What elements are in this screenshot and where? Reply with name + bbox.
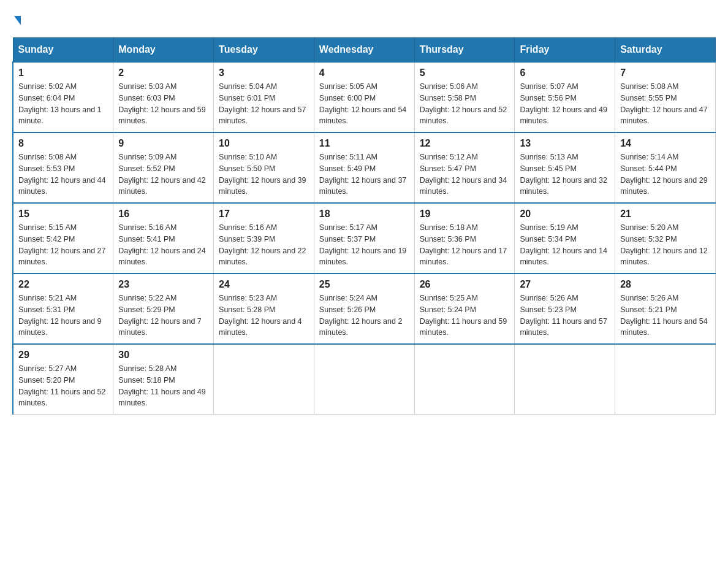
day-info: Sunrise: 5:16 AM Sunset: 5:41 PM Dayligh… <box>118 222 208 268</box>
day-info: Sunrise: 5:12 AM Sunset: 5:47 PM Dayligh… <box>420 151 510 197</box>
day-number: 6 <box>520 67 610 79</box>
day-number: 15 <box>18 209 108 220</box>
day-info: Sunrise: 5:08 AM Sunset: 5:53 PM Dayligh… <box>18 151 108 197</box>
calendar-cell: 28 Sunrise: 5:26 AM Sunset: 5:21 PM Dayl… <box>615 274 716 344</box>
day-info: Sunrise: 5:15 AM Sunset: 5:42 PM Dayligh… <box>18 222 108 268</box>
day-info: Sunrise: 5:14 AM Sunset: 5:44 PM Dayligh… <box>620 151 710 197</box>
calendar-cell: 10 Sunrise: 5:10 AM Sunset: 5:50 PM Dayl… <box>214 132 314 203</box>
calendar-cell: 13 Sunrise: 5:13 AM Sunset: 5:45 PM Dayl… <box>515 132 615 203</box>
day-number: 25 <box>319 279 409 290</box>
calendar-cell: 18 Sunrise: 5:17 AM Sunset: 5:37 PM Dayl… <box>314 203 414 274</box>
week-row-3: 15 Sunrise: 5:15 AM Sunset: 5:42 PM Dayl… <box>13 203 716 274</box>
calendar-cell: 29 Sunrise: 5:27 AM Sunset: 5:20 PM Dayl… <box>13 344 113 415</box>
day-number: 7 <box>620 67 710 79</box>
calendar-cell: 22 Sunrise: 5:21 AM Sunset: 5:31 PM Dayl… <box>13 274 113 344</box>
day-number: 27 <box>520 279 610 290</box>
calendar-cell: 25 Sunrise: 5:24 AM Sunset: 5:26 PM Dayl… <box>314 274 414 344</box>
calendar-cell: 26 Sunrise: 5:25 AM Sunset: 5:24 PM Dayl… <box>414 274 515 344</box>
week-row-2: 8 Sunrise: 5:08 AM Sunset: 5:53 PM Dayli… <box>13 132 716 203</box>
calendar-header-tuesday: Tuesday <box>214 38 314 63</box>
week-row-1: 1 Sunrise: 5:02 AM Sunset: 6:04 PM Dayli… <box>13 62 716 132</box>
day-info: Sunrise: 5:25 AM Sunset: 5:24 PM Dayligh… <box>420 293 510 339</box>
calendar-cell: 1 Sunrise: 5:02 AM Sunset: 6:04 PM Dayli… <box>13 62 113 132</box>
day-number: 13 <box>520 138 610 149</box>
day-info: Sunrise: 5:05 AM Sunset: 6:00 PM Dayligh… <box>319 81 409 127</box>
day-info: Sunrise: 5:22 AM Sunset: 5:29 PM Dayligh… <box>118 293 208 339</box>
calendar-cell <box>214 344 314 415</box>
day-info: Sunrise: 5:02 AM Sunset: 6:04 PM Dayligh… <box>18 81 108 127</box>
day-info: Sunrise: 5:26 AM Sunset: 5:21 PM Dayligh… <box>620 293 710 339</box>
day-number: 12 <box>420 138 510 149</box>
calendar-cell: 5 Sunrise: 5:06 AM Sunset: 5:58 PM Dayli… <box>414 62 515 132</box>
calendar-cell: 8 Sunrise: 5:08 AM Sunset: 5:53 PM Dayli… <box>13 132 113 203</box>
calendar-header-sunday: Sunday <box>13 38 113 63</box>
day-info: Sunrise: 5:10 AM Sunset: 5:50 PM Dayligh… <box>219 151 309 197</box>
calendar-header-row: SundayMondayTuesdayWednesdayThursdayFrid… <box>13 38 716 63</box>
calendar-body: 1 Sunrise: 5:02 AM Sunset: 6:04 PM Dayli… <box>13 62 716 415</box>
calendar-cell: 3 Sunrise: 5:04 AM Sunset: 6:01 PM Dayli… <box>214 62 314 132</box>
day-number: 14 <box>620 138 710 149</box>
logo <box>12 12 21 25</box>
day-info: Sunrise: 5:28 AM Sunset: 5:18 PM Dayligh… <box>118 363 208 409</box>
day-number: 29 <box>18 350 108 361</box>
day-number: 30 <box>118 350 208 361</box>
day-number: 20 <box>520 209 610 220</box>
calendar-cell: 11 Sunrise: 5:11 AM Sunset: 5:49 PM Dayl… <box>314 132 414 203</box>
day-info: Sunrise: 5:18 AM Sunset: 5:36 PM Dayligh… <box>420 222 510 268</box>
day-info: Sunrise: 5:11 AM Sunset: 5:49 PM Dayligh… <box>319 151 409 197</box>
calendar-header-friday: Friday <box>515 38 615 63</box>
calendar-cell <box>314 344 414 415</box>
day-number: 11 <box>319 138 409 149</box>
day-info: Sunrise: 5:07 AM Sunset: 5:56 PM Dayligh… <box>520 81 610 127</box>
week-row-4: 22 Sunrise: 5:21 AM Sunset: 5:31 PM Dayl… <box>13 274 716 344</box>
day-number: 23 <box>118 279 208 290</box>
day-number: 5 <box>420 67 510 79</box>
day-number: 3 <box>219 67 309 79</box>
day-number: 28 <box>620 279 710 290</box>
calendar-cell <box>414 344 515 415</box>
day-number: 24 <box>219 279 309 290</box>
calendar-cell: 23 Sunrise: 5:22 AM Sunset: 5:29 PM Dayl… <box>113 274 214 344</box>
day-number: 22 <box>18 279 108 290</box>
day-info: Sunrise: 5:19 AM Sunset: 5:34 PM Dayligh… <box>520 222 610 268</box>
calendar-cell: 7 Sunrise: 5:08 AM Sunset: 5:55 PM Dayli… <box>615 62 716 132</box>
day-info: Sunrise: 5:09 AM Sunset: 5:52 PM Dayligh… <box>118 151 208 197</box>
calendar-table: SundayMondayTuesdayWednesdayThursdayFrid… <box>12 37 716 415</box>
calendar-header-monday: Monday <box>113 38 214 63</box>
calendar-cell <box>515 344 615 415</box>
calendar-header-wednesday: Wednesday <box>314 38 414 63</box>
day-number: 10 <box>219 138 309 149</box>
day-info: Sunrise: 5:04 AM Sunset: 6:01 PM Dayligh… <box>219 81 309 127</box>
day-number: 21 <box>620 209 710 220</box>
calendar-cell: 16 Sunrise: 5:16 AM Sunset: 5:41 PM Dayl… <box>113 203 214 274</box>
calendar-cell: 2 Sunrise: 5:03 AM Sunset: 6:03 PM Dayli… <box>113 62 214 132</box>
day-info: Sunrise: 5:17 AM Sunset: 5:37 PM Dayligh… <box>319 222 409 268</box>
day-number: 17 <box>219 209 309 220</box>
page-header <box>12 12 716 25</box>
calendar-cell: 17 Sunrise: 5:16 AM Sunset: 5:39 PM Dayl… <box>214 203 314 274</box>
day-info: Sunrise: 5:13 AM Sunset: 5:45 PM Dayligh… <box>520 151 610 197</box>
day-info: Sunrise: 5:08 AM Sunset: 5:55 PM Dayligh… <box>620 81 710 127</box>
calendar-cell: 12 Sunrise: 5:12 AM Sunset: 5:47 PM Dayl… <box>414 132 515 203</box>
day-number: 16 <box>118 209 208 220</box>
calendar-cell: 21 Sunrise: 5:20 AM Sunset: 5:32 PM Dayl… <box>615 203 716 274</box>
day-number: 26 <box>420 279 510 290</box>
calendar-cell: 4 Sunrise: 5:05 AM Sunset: 6:00 PM Dayli… <box>314 62 414 132</box>
day-number: 8 <box>18 138 108 149</box>
day-number: 19 <box>420 209 510 220</box>
calendar-header-thursday: Thursday <box>414 38 515 63</box>
calendar-cell: 9 Sunrise: 5:09 AM Sunset: 5:52 PM Dayli… <box>113 132 214 203</box>
calendar-cell: 27 Sunrise: 5:26 AM Sunset: 5:23 PM Dayl… <box>515 274 615 344</box>
day-info: Sunrise: 5:26 AM Sunset: 5:23 PM Dayligh… <box>520 293 610 339</box>
day-info: Sunrise: 5:24 AM Sunset: 5:26 PM Dayligh… <box>319 293 409 339</box>
calendar-cell: 24 Sunrise: 5:23 AM Sunset: 5:28 PM Dayl… <box>214 274 314 344</box>
calendar-cell: 30 Sunrise: 5:28 AM Sunset: 5:18 PM Dayl… <box>113 344 214 415</box>
day-number: 2 <box>118 67 208 79</box>
day-info: Sunrise: 5:23 AM Sunset: 5:28 PM Dayligh… <box>219 293 309 339</box>
day-info: Sunrise: 5:20 AM Sunset: 5:32 PM Dayligh… <box>620 222 710 268</box>
day-info: Sunrise: 5:21 AM Sunset: 5:31 PM Dayligh… <box>18 293 108 339</box>
week-row-5: 29 Sunrise: 5:27 AM Sunset: 5:20 PM Dayl… <box>13 344 716 415</box>
calendar-cell: 20 Sunrise: 5:19 AM Sunset: 5:34 PM Dayl… <box>515 203 615 274</box>
day-number: 9 <box>118 138 208 149</box>
day-number: 18 <box>319 209 409 220</box>
